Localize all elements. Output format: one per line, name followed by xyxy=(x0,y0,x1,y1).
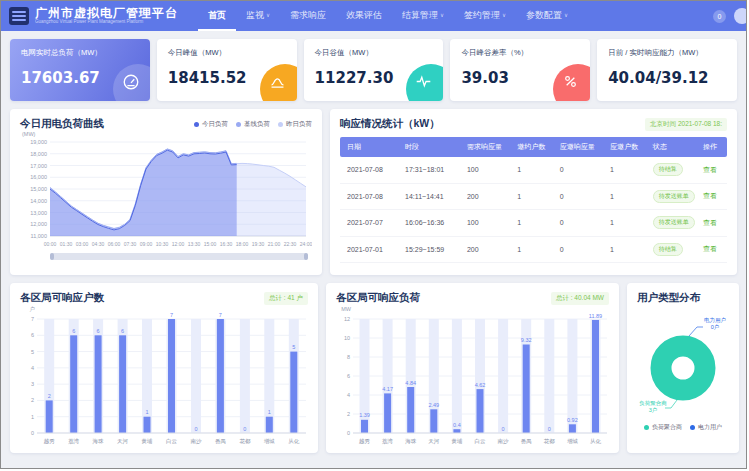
svg-text:MW: MW xyxy=(341,306,352,312)
svg-text:2: 2 xyxy=(347,411,350,417)
svg-text:0户: 0户 xyxy=(711,324,720,330)
view-link[interactable]: 查看 xyxy=(703,245,717,252)
column-header: 日期 xyxy=(340,142,398,152)
svg-text:1: 1 xyxy=(31,414,34,420)
bar-chart-svg: 024681012MW1.39越秀4.17荔湾4.84海珠2.49天河0.4黄埔… xyxy=(336,305,609,445)
table-cell-responded: 0 xyxy=(553,246,603,253)
kpi-label: 今日峰谷差率（%） xyxy=(461,48,579,58)
svg-text:花都: 花都 xyxy=(239,438,251,445)
table-cell-period: 17:31~18:01 xyxy=(398,166,460,173)
svg-text:01:30: 01:30 xyxy=(60,241,73,247)
table-row: 2021-07-0817:31~18:01100101待结算查看 xyxy=(340,157,727,184)
kpi-label: 今日峰值（MW） xyxy=(168,48,286,58)
kpi-label: 电网实时总负荷（MW） xyxy=(21,48,139,58)
svg-text:3: 3 xyxy=(31,381,34,387)
view-link[interactable]: 查看 xyxy=(703,219,717,226)
main-content: 电网实时总负荷（MW）17603.67今日峰值（MW）18415.52今日谷值（… xyxy=(1,31,746,461)
svg-text:17,000: 17,000 xyxy=(30,163,47,169)
nav-item-0[interactable]: 首页 xyxy=(198,1,236,31)
legend-item[interactable]: 昨日负荷 xyxy=(278,120,312,129)
district-load-title: 各区局可响应负荷 xyxy=(336,291,420,305)
app-logo-icon xyxy=(9,7,29,25)
table-cell-demand: 100 xyxy=(460,219,510,226)
svg-text:5: 5 xyxy=(31,349,34,355)
svg-text:海珠: 海珠 xyxy=(93,438,105,445)
avatar[interactable] xyxy=(734,8,747,24)
legend-item[interactable]: 负荷聚合商 xyxy=(644,423,682,432)
svg-text:18:00: 18:00 xyxy=(236,241,249,247)
svg-text:11,000: 11,000 xyxy=(31,233,47,239)
nav-item-4[interactable]: 结算管理∨ xyxy=(392,1,454,31)
table-cell-demand: 200 xyxy=(460,246,510,253)
svg-text:白云: 白云 xyxy=(166,438,178,445)
gauge-icon xyxy=(122,73,140,91)
column-header: 需求响应量 xyxy=(460,142,510,152)
svg-text:黄埔: 黄埔 xyxy=(451,438,463,444)
kpi-card-2: 今日谷值（MW）11227.30 xyxy=(304,39,444,101)
legend-dot xyxy=(278,122,283,127)
svg-text:11.89: 11.89 xyxy=(589,313,602,319)
column-header: 时段 xyxy=(398,142,460,152)
svg-text:荔湾: 荔湾 xyxy=(382,438,394,445)
legend-label: 负荷聚合商 xyxy=(652,423,682,432)
kpi-value: 40.04/39.12 xyxy=(608,69,726,87)
district-users-total-badge: 总计 : 41 户 xyxy=(264,292,308,305)
svg-text:15:00: 15:00 xyxy=(204,241,217,247)
nav-item-1[interactable]: 监视∨ xyxy=(236,1,280,31)
kpi-label: 今日谷值（MW） xyxy=(315,48,433,58)
load-curve-card: 今日用电负荷曲线 今日负荷基线负荷昨日负荷 (MW) 11,00012,0001… xyxy=(10,109,322,275)
svg-text:番禺: 番禺 xyxy=(521,438,532,445)
table-header-row: 日期时段需求响应量邀约户数应邀响应量应邀户数状态操作 xyxy=(340,137,727,157)
dashboard-page: 广州市虚拟电厂管理平台 Guangzhou Virtual Power Plan… xyxy=(0,0,747,469)
svg-text:天河: 天河 xyxy=(117,438,129,445)
kpi-row: 电网实时总负荷（MW）17603.67今日峰值（MW）18415.52今日谷值（… xyxy=(10,39,737,101)
svg-text:0: 0 xyxy=(194,426,197,432)
table-cell-date: 2021-07-08 xyxy=(340,166,398,173)
nav-item-3[interactable]: 效果评估 xyxy=(336,1,392,31)
kpi-card-0: 电网实时总负荷（MW）17603.67 xyxy=(10,39,150,101)
svg-text:户: 户 xyxy=(30,306,36,312)
legend-label: 今日负荷 xyxy=(202,120,228,129)
svg-text:3户: 3户 xyxy=(649,407,658,413)
svg-text:7: 7 xyxy=(170,312,173,318)
nav-item-label: 首页 xyxy=(208,9,226,22)
svg-text:1.39: 1.39 xyxy=(359,412,370,418)
chevron-down-icon: ∨ xyxy=(502,12,506,18)
district-load-chart: 024681012MW1.39越秀4.17荔湾4.84海珠2.49天河0.4黄埔… xyxy=(336,305,609,449)
legend-item[interactable]: 电力用户 xyxy=(690,423,722,432)
svg-text:09:00: 09:00 xyxy=(140,241,153,247)
svg-text:00:00: 00:00 xyxy=(44,241,57,247)
nav-item-label: 结算管理 xyxy=(402,9,438,22)
view-link[interactable]: 查看 xyxy=(703,166,717,173)
legend-item[interactable]: 今日负荷 xyxy=(194,120,228,129)
table-cell-responded: 0 xyxy=(553,166,603,173)
table-cell-invited: 1 xyxy=(510,246,553,253)
table-cell-period: 16:06~16:36 xyxy=(398,219,460,226)
column-header: 操作 xyxy=(696,142,727,152)
legend-item[interactable]: 基线负荷 xyxy=(236,120,270,129)
data-zoom-slider[interactable] xyxy=(50,253,308,260)
nav-item-6[interactable]: 参数配置∨ xyxy=(516,1,578,31)
table-cell-responded: 0 xyxy=(553,219,603,226)
nav-item-2[interactable]: 需求响应 xyxy=(280,1,336,31)
percent-icon xyxy=(562,73,579,90)
svg-text:番禺: 番禺 xyxy=(215,438,226,445)
pulse-icon xyxy=(415,73,432,90)
table-cell-date: 2021-07-01 xyxy=(340,246,398,253)
svg-text:4.62: 4.62 xyxy=(475,382,486,388)
main-nav: 首页监视∨需求响应效果评估结算管理∨签约管理∨参数配置∨ xyxy=(198,1,578,31)
notification-bell-icon[interactable]: 0 xyxy=(713,10,726,23)
district-users-title: 各区局可响应户数 xyxy=(20,291,104,305)
kpi-card-1: 今日峰值（MW）18415.52 xyxy=(157,39,297,101)
district-load-card: 各区局可响应负荷 总计 : 40.04 MW 024681012MW1.39越秀… xyxy=(326,283,619,453)
svg-text:12: 12 xyxy=(344,316,350,322)
nav-item-5[interactable]: 签约管理∨ xyxy=(454,1,516,31)
load-curve-svg: 11,00012,00013,00014,00015,00016,00017,0… xyxy=(20,137,312,249)
legend-dot xyxy=(194,122,199,127)
column-header: 邀约户数 xyxy=(510,142,553,152)
view-link[interactable]: 查看 xyxy=(703,192,717,199)
svg-text:南沙: 南沙 xyxy=(498,438,510,445)
user-type-card: 用户类型分布 电力用户0户负荷聚合商3户 负荷聚合商电力用户 xyxy=(627,283,739,453)
svg-text:0: 0 xyxy=(347,430,350,436)
peak-curve-icon xyxy=(269,73,286,90)
